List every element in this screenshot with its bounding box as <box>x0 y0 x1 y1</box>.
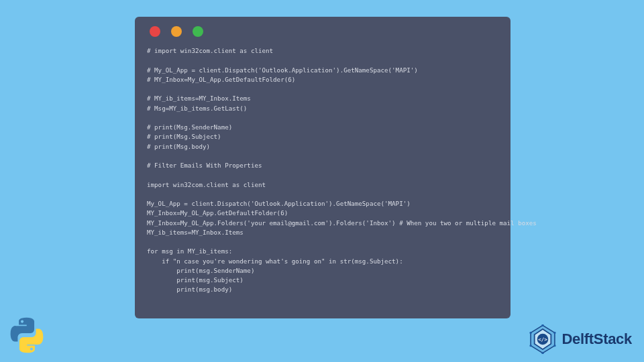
python-logo-icon <box>7 315 47 355</box>
code-line: # Filter Emails With Properties <box>147 162 262 169</box>
maximize-icon[interactable] <box>193 26 203 37</box>
code-line: print(msg.SenderName) <box>147 267 254 274</box>
code-line: MY_Inbox=My_OL_App.Folders('your email@g… <box>147 219 537 227</box>
code-line: # MY_ib_items=MY_Inbox.Items <box>147 95 251 102</box>
code-line: print(msg.body) <box>147 286 232 293</box>
code-line: print(msg.Subject) <box>147 276 244 284</box>
code-line: MY_Inbox=My_OL_App.GetDefaultFolder(6) <box>147 209 288 217</box>
code-line: # Msg=MY_ib_items.GetLast() <box>147 105 247 112</box>
close-icon[interactable] <box>150 26 160 37</box>
code-window: # import win32com.client as client # My_… <box>135 17 511 318</box>
window-controls <box>147 26 498 37</box>
delftstack-logo-icon: </> <box>528 324 557 354</box>
code-line: # print(Msg.body) <box>147 143 210 150</box>
svg-point-8 <box>554 345 556 347</box>
code-line: # My_OL_App = client.Dispatch('Outlook.A… <box>147 66 418 74</box>
code-line: # MY_Inbox=My_OL_App.GetDefaultFolder(6) <box>147 76 295 83</box>
code-line: # print(Msg.SenderName) <box>147 123 232 131</box>
svg-text:</>: </> <box>539 337 548 343</box>
code-line: if "n case you're wondering what's going… <box>147 257 403 265</box>
delftstack-label: DelftStack <box>561 330 632 348</box>
code-line: for msg in MY_ib_items: <box>147 247 232 255</box>
svg-point-11 <box>530 332 532 334</box>
code-line: # import win32com.client as client <box>147 47 273 54</box>
code-line: MY_ib_items=MY_Inbox.Items <box>147 229 244 236</box>
minimize-icon[interactable] <box>171 26 182 37</box>
code-block: # import win32com.client as client # My_… <box>147 46 498 295</box>
code-line: My_OL_App = client.Dispatch('Outlook.App… <box>147 200 411 207</box>
svg-point-7 <box>554 332 556 334</box>
svg-point-10 <box>530 345 532 347</box>
code-line: # print(Msg.Subject) <box>147 133 221 140</box>
delftstack-branding: </> DelftStack <box>528 324 632 354</box>
code-line: import win32com.client as client <box>147 181 266 188</box>
